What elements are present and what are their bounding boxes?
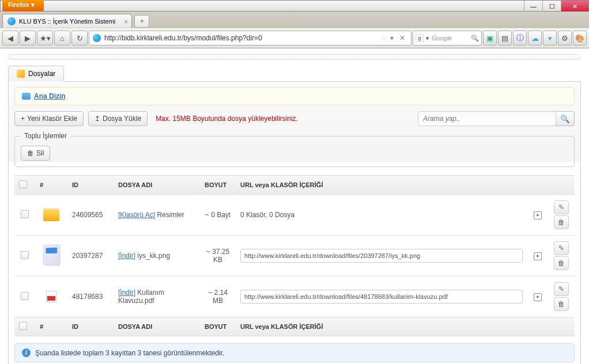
addon-button-1[interactable]: ▣ — [483, 31, 497, 46]
pencil-icon: ✎ — [558, 285, 564, 293]
forward-button[interactable]: ▶ — [20, 31, 36, 46]
fcol-id: ID — [67, 317, 114, 336]
select-all-footer-checkbox[interactable] — [19, 322, 27, 330]
reload-button[interactable]: ↻ — [71, 31, 88, 46]
upload-button[interactable]: ↥ Dosya Yükle — [88, 111, 148, 126]
search-engine-placeholder: Google — [432, 35, 452, 41]
row-checkbox[interactable] — [21, 251, 29, 259]
row-action-link[interactable]: [Klasörü Aç] — [118, 211, 155, 219]
addon-button-4[interactable]: ☁ — [528, 31, 542, 46]
new-folder-label: Yeni Klasör Ekle — [27, 115, 77, 123]
edit-button[interactable]: ✎ — [554, 200, 569, 214]
folder-icon — [17, 70, 25, 78]
folder-open-icon — [22, 93, 31, 100]
trash-icon: 🗑 — [27, 149, 34, 157]
folder-icon — [41, 204, 62, 225]
browser-tab-title: KLU BYS :: İçerik Yönetim Sistemi — [19, 18, 115, 25]
tab-files[interactable]: Dosyalar — [8, 66, 64, 82]
maximize-button[interactable]: ☐ — [542, 1, 561, 12]
table-row: 20397287[İndir] iys_kk.png~ 37.25 KB+✎🗑 — [14, 236, 575, 276]
cell-size: ~ 37.25 KB — [200, 236, 236, 276]
cell-size: ~ 0 Bayt — [200, 195, 236, 236]
site-favicon — [7, 17, 16, 25]
expand-row-button[interactable]: + — [534, 293, 542, 301]
cell-id: 48178683 — [67, 276, 114, 317]
bookmark-drop-button[interactable]: ★▾ — [37, 31, 53, 46]
fcol-url: URL veya KLASÖR İÇERİĞİ — [236, 317, 527, 336]
bulk-delete-label: Sil — [36, 149, 44, 157]
table-footer-row: # ID DOSYA ADI BOYUT URL veya KLASÖR İÇE… — [14, 317, 575, 336]
files-table: # ID DOSYA ADI BOYUT URL veya KLASÖR İÇE… — [14, 175, 575, 336]
back-button[interactable]: ◀ — [2, 31, 18, 46]
bookmark-star-icon[interactable]: ☆ — [380, 34, 387, 42]
search-icon: 🔍 — [560, 115, 570, 123]
stop-button[interactable]: ✕ — [397, 34, 407, 42]
fcol-name: DOSYA ADI — [114, 317, 200, 336]
url-bar[interactable]: http://bidb.kirklareli.edu.tr/bys/modul/… — [89, 31, 411, 46]
panel-tabs: Dosyalar — [8, 66, 581, 82]
window-titlebar: — ☐ ✕ — [0, 0, 589, 12]
tab-close-icon[interactable]: × — [124, 18, 128, 26]
search-go-icon[interactable]: 🔍 — [471, 35, 479, 42]
trash-icon: 🗑 — [558, 218, 565, 226]
breadcrumb-root[interactable]: Ana Dizin — [34, 92, 66, 100]
search-engine-drop-icon[interactable]: ▾ — [426, 35, 429, 42]
col-size[interactable]: BOYUT — [200, 176, 236, 195]
breadcrumb: Ana Dizin — [14, 87, 575, 105]
firefox-menu-button[interactable]: Firefox ▾ — [2, 0, 44, 12]
close-button[interactable]: ✕ — [561, 1, 588, 12]
pencil-icon: ✎ — [558, 244, 564, 252]
url-dropdown-icon[interactable]: ▾ — [390, 34, 394, 42]
plus-icon: + — [21, 115, 25, 123]
col-id[interactable]: ID — [67, 176, 114, 195]
col-url[interactable]: URL veya KLASÖR İÇERİĞİ — [236, 176, 527, 195]
upload-label: Dosya Yükle — [103, 115, 141, 123]
bulk-actions-fieldset: Toplu İşlemler 🗑 Sil — [14, 132, 575, 167]
select-all-checkbox[interactable] — [19, 180, 27, 188]
delete-button[interactable]: 🗑 — [554, 297, 569, 311]
table-search-input[interactable] — [418, 111, 556, 126]
minimize-button[interactable]: — — [524, 1, 542, 12]
file-url-input[interactable] — [240, 249, 523, 263]
file-name: Resimler — [157, 211, 184, 219]
new-tab-button[interactable]: + — [134, 15, 149, 28]
delete-button[interactable]: 🗑 — [554, 215, 569, 229]
upload-note: Max. 15MB Boyutunda dosya yükleyebilirsi… — [156, 115, 298, 123]
addon-button-7[interactable]: 🎨 — [573, 31, 587, 46]
delete-button[interactable]: 🗑 — [554, 256, 569, 270]
cell-id: 24609565 — [67, 195, 114, 236]
url-favicon — [93, 34, 101, 42]
addon-button-6[interactable]: ⚙ — [558, 31, 572, 46]
info-text: Şuanda listede toplam 3 kayıttan 3 tanes… — [35, 349, 224, 357]
row-checkbox[interactable] — [21, 292, 29, 300]
row-checkbox[interactable] — [21, 210, 29, 218]
edit-button[interactable]: ✎ — [554, 241, 569, 255]
row-action-link[interactable]: [İndir] — [118, 252, 135, 260]
upload-icon: ↥ — [95, 115, 100, 123]
addon-button-2[interactable]: ▤ — [498, 31, 512, 46]
fcol-size: BOYUT — [200, 317, 236, 336]
row-action-link[interactable]: [İndir] — [118, 289, 135, 297]
col-name[interactable]: DOSYA ADI — [114, 176, 200, 195]
col-hash[interactable]: # — [35, 176, 67, 195]
tab-strip: KLU BYS :: İçerik Yönetim Sistemi × + — [0, 12, 589, 28]
table-search-button[interactable]: 🔍 — [556, 111, 575, 126]
cut-off-toolbar — [8, 54, 581, 60]
bulk-delete-button[interactable]: 🗑 Sil — [21, 146, 50, 161]
trash-icon: 🗑 — [558, 300, 565, 308]
addon-button-3[interactable]: ⓘ — [513, 31, 527, 46]
edit-button[interactable]: ✎ — [554, 282, 569, 296]
addon-button-5[interactable]: ▾ — [543, 31, 557, 46]
file-url-input[interactable] — [240, 290, 523, 304]
file-name: iys_kk.png — [137, 252, 170, 260]
expand-row-button[interactable]: + — [534, 252, 542, 260]
browser-tab[interactable]: KLU BYS :: İçerik Yönetim Sistemi × — [2, 14, 132, 28]
cell-id: 20397287 — [67, 236, 114, 276]
fcol-hash: # — [35, 317, 67, 336]
search-engine-box[interactable]: g ▾ Google 🔍 — [413, 31, 482, 46]
expand-row-button[interactable]: + — [534, 211, 542, 219]
new-folder-button[interactable]: + Yeni Klasör Ekle — [14, 111, 84, 126]
home-button[interactable]: ⌂ — [54, 31, 70, 46]
info-icon: i — [22, 348, 31, 357]
pdf-file-icon — [41, 286, 62, 307]
